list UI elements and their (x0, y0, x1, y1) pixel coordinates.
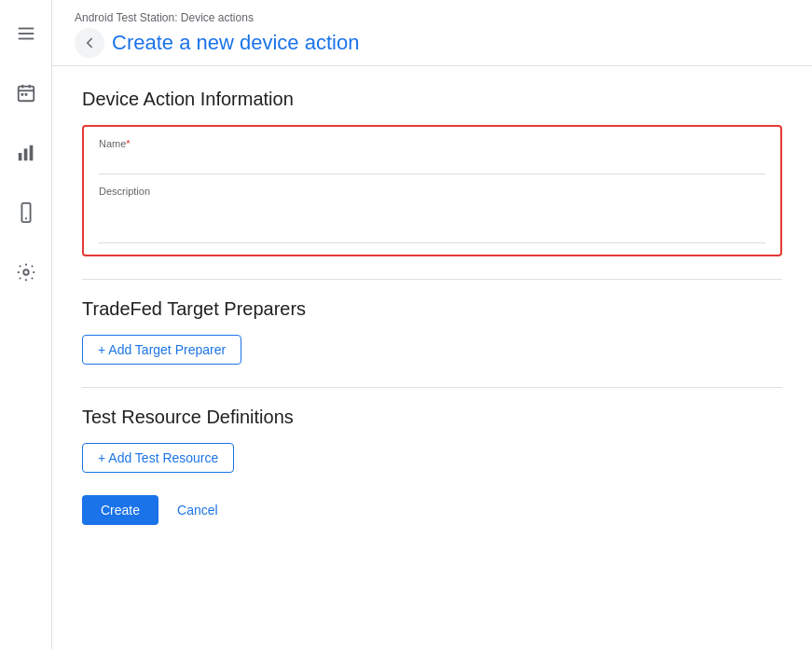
header: Android Test Station: Device actions Cre… (52, 0, 812, 66)
content: Device Action Information Name* Descript… (52, 66, 812, 649)
description-label: Description (99, 186, 765, 197)
device-action-form-card: Name* Description (82, 125, 782, 256)
field-group: Name* Description (99, 138, 765, 243)
tradefed-title: TradeFed Target Preparers (82, 298, 782, 320)
svg-rect-0 (18, 28, 34, 30)
calendar-icon[interactable] (7, 75, 45, 112)
list-icon[interactable] (7, 15, 45, 52)
svg-point-14 (23, 269, 29, 275)
create-button[interactable]: Create (82, 495, 158, 525)
test-resource-title: Test Resource Definitions (82, 407, 782, 428)
action-row: Create Cancel (82, 495, 782, 525)
description-input[interactable] (99, 199, 765, 243)
add-target-preparer-button[interactable]: + Add Target Preparer (82, 335, 241, 365)
svg-rect-11 (29, 145, 33, 161)
svg-rect-1 (18, 33, 34, 35)
settings-icon[interactable] (7, 254, 45, 291)
back-button[interactable] (75, 28, 104, 58)
name-field-wrapper: Name* (99, 138, 765, 174)
phone-icon[interactable] (7, 194, 45, 231)
svg-rect-10 (23, 148, 27, 160)
svg-rect-7 (21, 93, 23, 96)
svg-rect-8 (24, 93, 27, 96)
chart-icon[interactable] (7, 134, 45, 172)
breadcrumb: Android Test Station: Device actions (75, 11, 790, 24)
main-content: Android Test Station: Device actions Cre… (52, 0, 812, 649)
svg-rect-9 (18, 153, 21, 160)
svg-point-13 (24, 217, 26, 219)
tradefed-section: TradeFed Target Preparers + Add Target P… (82, 298, 782, 365)
add-test-resource-button[interactable]: + Add Test Resource (82, 443, 234, 473)
name-input[interactable] (99, 151, 765, 174)
test-resource-section: Test Resource Definitions + Add Test Res… (82, 407, 782, 473)
divider-1 (82, 279, 782, 280)
cancel-button[interactable]: Cancel (166, 495, 229, 525)
device-action-title: Device Action Information (82, 89, 782, 110)
name-label: Name* (99, 138, 765, 149)
device-action-section: Device Action Information Name* Descript… (82, 89, 782, 256)
page-title: Create a new device action (112, 31, 359, 55)
page-title-row: Create a new device action (75, 28, 790, 58)
sidebar (0, 0, 52, 649)
divider-2 (82, 387, 782, 388)
svg-rect-2 (18, 38, 34, 40)
description-field-wrapper: Description (99, 186, 765, 243)
